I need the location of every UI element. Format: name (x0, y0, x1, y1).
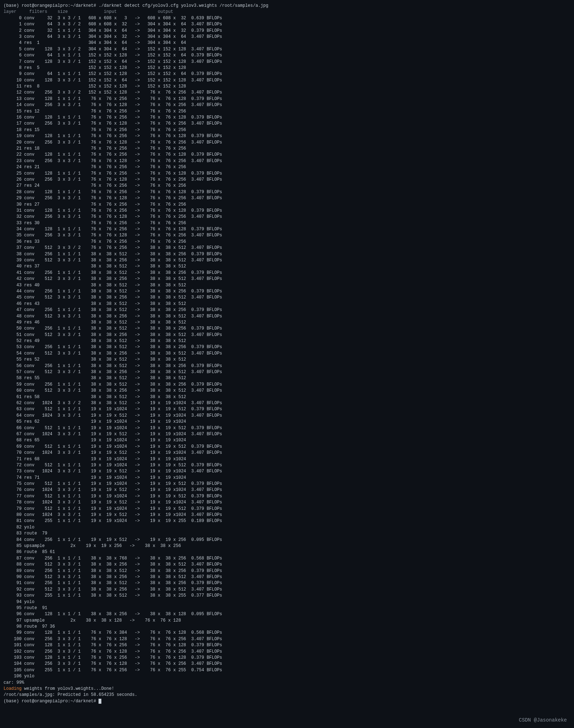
watermark: CSDN @Jasonakeke (519, 717, 567, 724)
terminal-window: (base) root@orangepialpro:~/darknet# ./d… (4, 3, 570, 728)
terminal-content: (base) root@orangepialpro:~/darknet# ./d… (4, 3, 570, 704)
